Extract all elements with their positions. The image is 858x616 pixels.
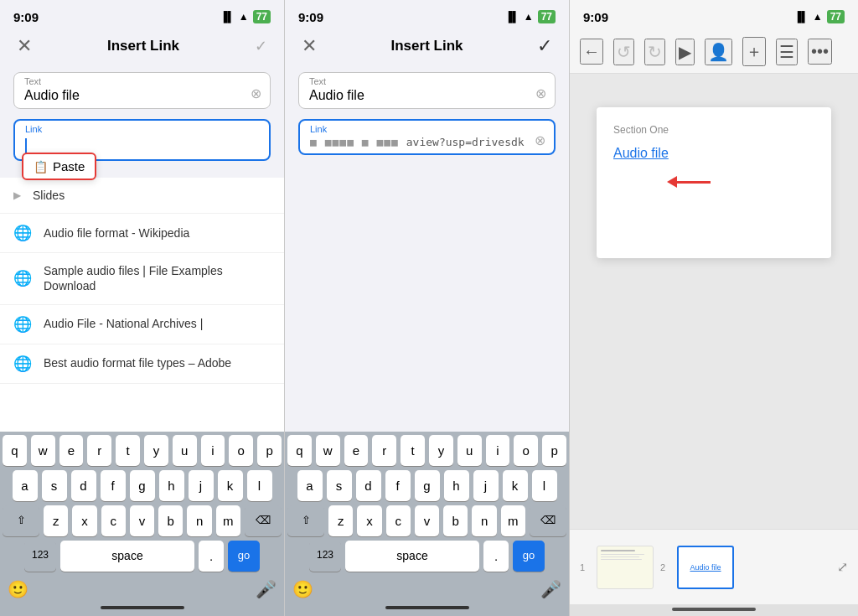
key-f-1[interactable]: f — [101, 470, 126, 501]
key-b-1[interactable]: b — [158, 505, 183, 536]
key-o-2[interactable]: o — [514, 435, 538, 466]
add-button-3[interactable]: ＋ — [742, 37, 766, 66]
undo-button-3[interactable]: ↺ — [613, 39, 634, 65]
key-v-1[interactable]: v — [130, 505, 154, 536]
key-i-2[interactable]: i — [486, 435, 510, 466]
key-z-2[interactable]: z — [328, 505, 353, 536]
key-b-2[interactable]: b — [443, 505, 468, 536]
key-p-2[interactable]: p — [542, 435, 566, 466]
key-p-1[interactable]: p — [257, 435, 282, 466]
status-bar-3: 9:09 ▐▌ ▲ 77 — [570, 0, 858, 30]
emoji-icon-2[interactable]: 🙂 — [292, 579, 313, 599]
close-button-1[interactable]: ✕ — [13, 34, 35, 59]
text-clear-icon-1[interactable]: ⊗ — [251, 85, 261, 101]
key-r-2[interactable]: r — [372, 435, 396, 466]
key-d-2[interactable]: d — [356, 470, 381, 501]
confirm-button-1[interactable]: ✓ — [251, 35, 271, 57]
suggestion-slides[interactable]: ▶ Slides — [0, 178, 284, 214]
slide-link-3[interactable]: Audio file — [613, 146, 669, 160]
key-a-1[interactable]: a — [13, 470, 38, 501]
key-m-1[interactable]: m — [216, 505, 240, 536]
text-input-1[interactable] — [24, 88, 260, 103]
key-x-2[interactable]: x — [357, 505, 381, 536]
key-j-2[interactable]: j — [473, 470, 499, 501]
key-w-1[interactable]: w — [31, 435, 55, 466]
key-q-2[interactable]: q — [287, 435, 312, 466]
back-button-3[interactable]: ← — [580, 39, 603, 65]
add-user-button-3[interactable]: 👤 — [705, 39, 732, 65]
more-button-3[interactable]: ••• — [808, 39, 832, 65]
key-t-1[interactable]: t — [116, 435, 140, 466]
key-e-2[interactable]: e — [344, 435, 369, 466]
key-s-1[interactable]: s — [42, 470, 67, 501]
suggestion-archives[interactable]: 🌐 Audio File - National Archives | — [0, 305, 284, 344]
text-format-button-3[interactable]: ☰ — [776, 39, 798, 65]
section-label-3: Section One — [613, 124, 814, 136]
key-go-2[interactable]: go — [513, 541, 545, 572]
expand-icon-3[interactable]: ⤢ — [837, 559, 848, 575]
key-a-2[interactable]: a — [297, 470, 323, 501]
key-z-1[interactable]: z — [44, 505, 68, 536]
redo-button-3[interactable]: ↻ — [644, 39, 665, 65]
key-f-2[interactable]: f — [385, 470, 411, 501]
suggestion-sample[interactable]: 🌐 Sample audio files | File Examples Dow… — [0, 253, 284, 304]
key-k-1[interactable]: k — [218, 470, 243, 501]
thumbnail-1[interactable] — [597, 546, 654, 589]
emoji-icon-1[interactable]: 🙂 — [8, 579, 28, 599]
confirm-button-2[interactable]: ✓ — [534, 34, 556, 59]
key-u-1[interactable]: u — [173, 435, 197, 466]
close-button-2[interactable]: ✕ — [298, 34, 320, 59]
key-u-2[interactable]: u — [457, 435, 482, 466]
key-m-2[interactable]: m — [501, 505, 525, 536]
key-h-2[interactable]: h — [444, 470, 469, 501]
key-o-1[interactable]: o — [229, 435, 253, 466]
key-n-1[interactable]: n — [187, 505, 211, 536]
key-h-1[interactable]: h — [159, 470, 184, 501]
paste-popup[interactable]: 📋 Paste — [22, 153, 96, 180]
key-g-1[interactable]: g — [130, 470, 155, 501]
key-go-1[interactable]: go — [228, 541, 260, 572]
key-l-1[interactable]: l — [247, 470, 272, 501]
key-delete-1[interactable]: ⌫ — [245, 505, 282, 536]
key-dot-2[interactable]: . — [483, 541, 509, 572]
key-r-1[interactable]: r — [87, 435, 111, 466]
text-input-2[interactable] — [309, 88, 545, 103]
key-x-1[interactable]: x — [72, 505, 96, 536]
link-clear-icon-2[interactable]: ⊗ — [535, 132, 545, 148]
suggestion-wikipedia[interactable]: 🌐 Audio file format - Wikipedia — [0, 214, 284, 253]
key-e-1[interactable]: e — [59, 435, 84, 466]
key-space-2[interactable]: space — [345, 541, 479, 572]
key-k-2[interactable]: k — [503, 470, 528, 501]
key-d-1[interactable]: d — [71, 470, 96, 501]
key-g-2[interactable]: g — [415, 470, 440, 501]
key-t-2[interactable]: t — [401, 435, 425, 466]
key-v-2[interactable]: v — [415, 505, 439, 536]
key-shift-2[interactable]: ⇧ — [287, 505, 324, 536]
suggestion-adobe[interactable]: 🌐 Best audio format file types – Adobe — [0, 344, 284, 384]
key-s-2[interactable]: s — [327, 470, 352, 501]
key-dot-1[interactable]: . — [199, 541, 224, 572]
key-shift-1[interactable]: ⇧ — [3, 505, 39, 536]
key-c-2[interactable]: c — [386, 505, 411, 536]
key-space-1[interactable]: space — [60, 541, 194, 572]
thumbnail-2[interactable]: Audio file — [677, 546, 734, 589]
present-button-3[interactable]: ▶ — [675, 39, 695, 65]
key-num-2[interactable]: 123 — [309, 541, 341, 572]
globe-icon-1: 🌐 — [13, 224, 32, 242]
mic-icon-1[interactable]: 🎤 — [256, 579, 277, 599]
key-q-1[interactable]: q — [3, 435, 27, 466]
key-c-1[interactable]: c — [101, 505, 126, 536]
key-delete-2[interactable]: ⌫ — [530, 505, 566, 536]
mic-icon-2[interactable]: 🎤 — [540, 579, 561, 599]
key-w-2[interactable]: w — [316, 435, 340, 466]
key-y-1[interactable]: y — [144, 435, 168, 466]
key-num-1[interactable]: 123 — [24, 541, 56, 572]
key-n-2[interactable]: n — [472, 505, 496, 536]
link-input-2[interactable]: ■ ■■■■ ■ ■■■ aview?usp=drivesdk — [310, 136, 544, 148]
key-i-1[interactable]: i — [201, 435, 225, 466]
key-l-2[interactable]: l — [532, 470, 557, 501]
thumbnail-strip-3: 1 2 Audio file ⤢ — [570, 529, 858, 604]
key-j-1[interactable]: j — [189, 470, 214, 501]
text-clear-icon-2[interactable]: ⊗ — [535, 85, 546, 101]
key-y-2[interactable]: y — [429, 435, 453, 466]
